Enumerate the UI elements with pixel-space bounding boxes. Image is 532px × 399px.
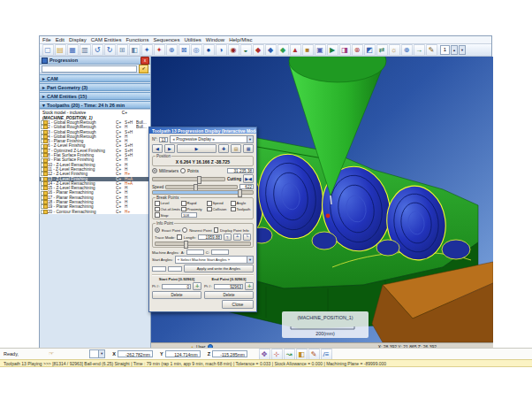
- menu-item[interactable]: Help/Misc: [229, 36, 252, 43]
- angle-c-input[interactable]: [211, 249, 229, 255]
- surface-select-icon[interactable]: ◧: [296, 349, 308, 360]
- camera-view-icon[interactable]: ◉: [228, 44, 239, 56]
- verify-icon[interactable]: ◨: [339, 44, 351, 56]
- nearest-point-radio[interactable]: [182, 227, 187, 233]
- angle-checkbox[interactable]: [231, 201, 236, 206]
- toolpath-display-icon[interactable]: ◆: [253, 44, 264, 56]
- slider-thumb[interactable]: [184, 241, 188, 249]
- close-button[interactable]: Close: [222, 300, 254, 309]
- transform-icon[interactable]: ⇄: [376, 44, 388, 56]
- menu-item[interactable]: Utilities: [184, 36, 201, 43]
- display-point-info-checkbox[interactable]: [214, 227, 219, 233]
- trace-style-2-button[interactable]: ┴: [233, 234, 241, 241]
- redo-icon[interactable]: ↻: [104, 44, 116, 56]
- curve-select-icon[interactable]: ↝: [284, 349, 295, 360]
- confirm-button[interactable]: ✔: [139, 65, 148, 73]
- simulation-person-red-icon[interactable]: ✦: [154, 44, 165, 56]
- play-button[interactable]: ▶: [177, 144, 217, 153]
- level-value[interactable]: 1: [440, 45, 450, 55]
- rewind-button[interactable]: ◀: [152, 144, 163, 153]
- delete-end-point-button[interactable]: Delete: [204, 291, 254, 299]
- simulate-icon[interactable]: ▶: [327, 44, 338, 56]
- magnifier-icon[interactable]: ⊕: [401, 44, 413, 56]
- proximity-checkbox[interactable]: [181, 207, 186, 212]
- length-checkbox[interactable]: [177, 234, 182, 240]
- menu-item[interactable]: Display: [69, 36, 87, 43]
- y-coordinate-input[interactable]: 124.714mm: [165, 350, 201, 357]
- toolpath-tree-item[interactable]: 20 - Contour Remachining C+ H+: [40, 210, 150, 214]
- out-of-limits-checkbox[interactable]: [155, 207, 160, 212]
- tool-manager-icon[interactable]: ▲: [290, 44, 301, 56]
- toolpath-verify-icon[interactable]: ◆: [277, 44, 289, 56]
- millimeters-radio[interactable]: [152, 168, 157, 173]
- settings-icon[interactable]: ☼: [389, 44, 400, 56]
- progress-slider[interactable]: [152, 190, 254, 195]
- section-cam[interactable]: ▸CAM: [40, 74, 150, 82]
- toolpath-edit-icon[interactable]: ◆: [265, 44, 277, 56]
- length-input[interactable]: 1959.88: [198, 234, 222, 240]
- close-icon[interactable]: x: [141, 57, 149, 65]
- slider-thumb[interactable]: [238, 189, 242, 197]
- level-up-button[interactable]: ▲: [451, 45, 458, 55]
- zoom-dynamic-icon[interactable]: ◎: [191, 44, 202, 56]
- section-cam-entities[interactable]: ▸CAM Entities (15): [40, 92, 150, 100]
- step-button[interactable]: ▶: [164, 144, 175, 153]
- selection-dropdown[interactable]: ▼: [89, 349, 105, 358]
- trace-style-1-button[interactable]: ┐: [224, 234, 232, 241]
- machine-setup-icon[interactable]: ▣: [315, 44, 326, 56]
- snap-mode-icon[interactable]: ✥: [259, 349, 270, 360]
- menu-item[interactable]: CAM Entities: [91, 36, 122, 43]
- points-radio[interactable]: [180, 168, 186, 173]
- zoom-fit-icon[interactable]: ⊕: [166, 44, 178, 56]
- exact-point-radio[interactable]: [155, 227, 160, 233]
- level-down-button[interactable]: ▼: [459, 45, 466, 55]
- apply-angles-button[interactable]: Apply and write the Angles: [184, 265, 254, 272]
- collision-checkbox[interactable]: [207, 207, 212, 212]
- stop-input[interactable]: 108: [181, 212, 197, 218]
- section-view-icon[interactable]: ◩: [364, 44, 376, 56]
- undo-icon[interactable]: ↺: [92, 44, 103, 56]
- speed-checkbox[interactable]: [207, 201, 212, 206]
- toolpath-number-input[interactable]: 13: [159, 137, 168, 142]
- start-point-input[interactable]: 0: [162, 284, 191, 289]
- start-angle-c-input[interactable]: [168, 266, 182, 272]
- add-button[interactable]: ✚: [218, 144, 229, 153]
- zoom-window-icon[interactable]: ⊠: [179, 44, 190, 56]
- calculator-icon[interactable]: /≡: [321, 349, 332, 360]
- filter-input[interactable]: [42, 65, 137, 73]
- speed-slider[interactable]: [165, 185, 238, 189]
- measure-icon[interactable]: ✎: [308, 349, 320, 360]
- slider-thumb[interactable]: [197, 176, 201, 184]
- level-checkbox[interactable]: [155, 201, 160, 206]
- angle-a-input[interactable]: [186, 249, 204, 255]
- section-toolpaths[interactable]: ▾Toolpaths (20) - Time: 24 h 26 min: [40, 101, 150, 109]
- start-angle-a-input[interactable]: [152, 266, 166, 272]
- cutting-toggle-button[interactable]: ▶◀: [243, 174, 254, 183]
- trace-style-3-button[interactable]: └: [243, 234, 251, 241]
- grid-view-icon[interactable]: ⊞: [117, 44, 128, 56]
- palette-header[interactable]: Progression x: [40, 57, 150, 65]
- save-button[interactable]: ▦: [243, 144, 254, 153]
- arrow-tool-icon[interactable]: →: [414, 44, 425, 56]
- section-part-geometry[interactable]: ▸Part Geometry (3): [40, 83, 150, 91]
- position-slider[interactable]: [152, 177, 225, 181]
- open-button[interactable]: ▤: [231, 144, 241, 153]
- menu-item[interactable]: File: [42, 36, 51, 43]
- stock-setup-icon[interactable]: ■: [302, 44, 314, 56]
- menu-item[interactable]: Functions: [125, 36, 148, 43]
- analysis-icon[interactable]: ⊗: [352, 44, 363, 56]
- toolpath-checkbox[interactable]: [231, 207, 236, 212]
- simulation-person-blue-icon[interactable]: ✦: [141, 44, 153, 56]
- point-select-icon[interactable]: ⊹: [271, 349, 283, 360]
- z-coordinate-input[interactable]: -115.285mm: [212, 350, 247, 357]
- dialog-titlebar[interactable]: Toolpath 13 Progression Display (Interac…: [149, 127, 256, 134]
- view-sphere-icon[interactable]: ●: [203, 44, 215, 56]
- distance-input[interactable]: 31,235.38: [227, 168, 254, 173]
- new-document-icon[interactable]: ▢: [42, 44, 54, 56]
- x-coordinate-input[interactable]: -262.782mm: [118, 350, 153, 357]
- print-icon[interactable]: ▥: [80, 44, 91, 56]
- menu-item[interactable]: Window: [206, 36, 224, 43]
- delete-start-point-button[interactable]: Delete: [152, 291, 201, 299]
- shaded-render-icon[interactable]: ◒: [240, 44, 252, 56]
- rapid-checkbox[interactable]: [181, 201, 186, 206]
